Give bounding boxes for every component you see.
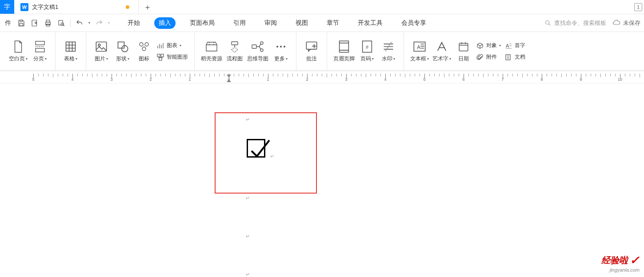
svg-point-8 — [546, 20, 549, 24]
table-label: 表格 — [64, 55, 75, 63]
tab-developer[interactable]: 开发工具 — [353, 17, 387, 29]
smartart-button[interactable]: 智能图形 — [156, 53, 188, 61]
page-break-icon — [33, 40, 47, 53]
flowchart-button[interactable]: 流程图 — [224, 35, 245, 68]
undo-dropdown-icon[interactable]: ▾ — [88, 21, 90, 25]
redo-dropdown-icon[interactable]: ▾ — [108, 21, 110, 25]
flowchart-icon — [228, 40, 241, 53]
more-button[interactable]: 更多▾ — [270, 35, 292, 68]
chart-label: 图表 — [167, 42, 177, 49]
page-number-icon: # — [360, 40, 374, 53]
ruler-number: 1 — [188, 77, 191, 82]
wordart-label: 艺术字 — [432, 55, 448, 63]
paperclip-icon — [476, 53, 484, 61]
svg-rect-11 — [66, 42, 76, 51]
save-icon[interactable] — [17, 19, 26, 28]
wordart-button[interactable]: 艺术字▾ — [431, 35, 453, 68]
svg-rect-9 — [36, 41, 44, 45]
svg-rect-21 — [159, 58, 162, 60]
object-icon — [476, 42, 484, 50]
redo-icon[interactable] — [95, 19, 104, 28]
more-icon — [274, 40, 288, 53]
undo-icon[interactable] — [75, 19, 84, 28]
svg-point-13 — [98, 44, 100, 46]
chart-button[interactable]: 图表▾ — [156, 42, 188, 50]
dropcap-icon: A — [504, 42, 512, 50]
print-preview-icon[interactable] — [57, 19, 66, 28]
ruler-number: 7 — [501, 77, 504, 82]
comment-button[interactable]: 批注 — [301, 35, 322, 68]
paragraph-mark: ↵ — [246, 117, 250, 123]
svg-point-26 — [276, 46, 278, 47]
attachment-button[interactable]: 附件 — [476, 53, 501, 61]
object-attach-stack: 对象▾ 附件 — [474, 42, 503, 61]
svg-rect-0 — [20, 20, 22, 22]
textbox-button[interactable]: A 文本框▾ — [408, 35, 431, 68]
shape-label: 形状 — [116, 55, 127, 63]
dropcap-button[interactable]: A 首字 — [504, 42, 525, 50]
group-text: A 文本框▾ 艺术字▾ 日期 对象▾ 附件 A 首字 — [404, 32, 532, 71]
watermark-button[interactable]: 水印▾ — [378, 35, 399, 68]
tab-section[interactable]: 章节 — [322, 17, 344, 29]
resources-button[interactable]: 稻壳资源 — [199, 35, 224, 68]
date-button[interactable]: 日期 — [453, 35, 474, 68]
page-number-button[interactable]: # 页码▾ — [356, 35, 378, 68]
window-badge[interactable]: 1 — [634, 3, 642, 11]
docparts-button[interactable]: 文档 — [504, 53, 525, 61]
svg-rect-5 — [46, 24, 50, 26]
app-menu-button[interactable]: 字 — [0, 0, 14, 14]
textbox-icon: A — [413, 40, 426, 53]
icon-button[interactable]: 图标 — [133, 35, 155, 68]
paragraph-mark: ↵ — [246, 272, 250, 277]
document-area[interactable]: ↵ ↵ ↵ ↵ ↵ — [0, 83, 644, 277]
shape-button[interactable]: 形状▾ — [112, 35, 133, 68]
horizontal-ruler[interactable]: 5432101234567891011 — [0, 71, 644, 83]
ruler-number: 4 — [384, 77, 386, 82]
print-icon[interactable] — [44, 19, 52, 28]
export-icon[interactable] — [30, 19, 39, 28]
search-placeholder: 查找命令、搜索模板 — [554, 19, 606, 27]
tab-start[interactable]: 开始 — [123, 17, 144, 29]
ruler-number: 5 — [32, 77, 34, 82]
svg-rect-22 — [232, 42, 238, 45]
object-button[interactable]: 对象▾ — [476, 42, 501, 50]
menubar-right: 查找命令、搜索模板 未保存 — [544, 19, 640, 27]
new-tab-button[interactable]: ＋ — [139, 0, 156, 14]
watermark-label: 水印 — [382, 55, 392, 63]
object-label: 对象 — [486, 42, 497, 49]
mindmap-button[interactable]: 思维导图 — [245, 35, 270, 68]
save-status[interactable]: 未保存 — [612, 19, 640, 27]
blank-page-icon — [12, 40, 25, 53]
group-pages: 空白页▾ 分页▾ — [3, 32, 56, 71]
header-footer-button[interactable]: 页眉页脚 — [332, 35, 356, 68]
tab-insert[interactable]: 插入 — [154, 17, 176, 29]
attachment-label: 附件 — [486, 53, 497, 61]
smartart-label: 智能图形 — [167, 53, 188, 61]
tab-review[interactable]: 审阅 — [260, 17, 281, 29]
group-comment: 批注 — [296, 32, 327, 71]
table-button[interactable]: 表格▾ — [60, 35, 81, 68]
file-label[interactable]: 件 — [4, 19, 12, 28]
svg-point-18 — [142, 47, 146, 51]
tab-page-layout[interactable]: 页面布局 — [185, 17, 219, 29]
paragraph-mark: ↵ — [246, 195, 250, 201]
command-search[interactable]: 查找命令、搜索模板 — [544, 19, 606, 27]
smartart-icon — [156, 53, 164, 61]
tab-view[interactable]: 视图 — [291, 17, 312, 29]
menubar: 件 ▾ ▾ 开始 插入 页面布局 引用 审阅 视图 章节 开发工具 会员专享 查… — [0, 14, 644, 32]
blank-page-button[interactable]: 空白页▾ — [7, 35, 29, 68]
svg-point-15 — [122, 46, 128, 52]
page-break-button[interactable]: 分页▾ — [29, 35, 51, 68]
textbox-label: 文本框 — [410, 55, 426, 63]
svg-text:#: # — [366, 44, 369, 50]
ruler-number: 1 — [267, 77, 269, 82]
picture-button[interactable]: 图片▾ — [91, 35, 112, 68]
ribbon-insert: 空白页▾ 分页▾ 表格▾ 图片▾ 形状▾ 图标 图表▾ — [0, 32, 644, 71]
document-tab[interactable]: W 文字文稿1 — [14, 0, 139, 14]
dropcap-label: 首字 — [515, 42, 525, 49]
ruler-number: 5 — [423, 77, 425, 82]
ruler-number: 8 — [540, 77, 543, 82]
tab-references[interactable]: 引用 — [229, 17, 250, 29]
svg-rect-23 — [252, 45, 256, 48]
tab-member[interactable]: 会员专享 — [397, 17, 431, 29]
